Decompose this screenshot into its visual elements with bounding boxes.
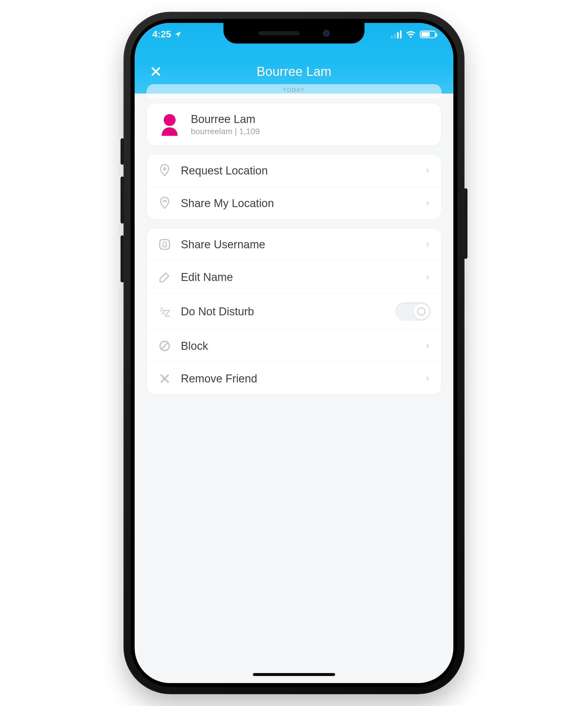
pencil-icon xyxy=(157,270,172,284)
volume-up-button xyxy=(121,176,124,224)
location-services-icon xyxy=(174,31,182,38)
row-label: Remove Friend xyxy=(181,372,415,385)
remove-icon xyxy=(157,371,172,386)
chevron-right-icon xyxy=(424,343,431,349)
close-button[interactable] xyxy=(149,65,163,79)
snapcode-icon xyxy=(157,237,172,252)
nav-bar: Bourree Lam xyxy=(135,64,453,79)
battery-icon xyxy=(420,31,436,38)
row-label: Request Location xyxy=(181,164,415,177)
chevron-right-icon xyxy=(424,375,431,382)
close-icon xyxy=(150,66,162,77)
profile-subtitle: bourreelam | 1,109 xyxy=(191,127,260,136)
remove-friend-row[interactable]: Remove Friend xyxy=(147,362,441,395)
block-icon xyxy=(157,339,172,353)
block-row[interactable]: Block xyxy=(147,329,441,362)
phone-frame: 4:25 xyxy=(124,12,464,694)
row-label: Share My Location xyxy=(181,197,415,210)
screen: 4:25 xyxy=(135,23,453,683)
status-bar: 4:25 xyxy=(135,29,453,40)
profile-username: bourreelam xyxy=(191,127,233,136)
today-header: TODAY xyxy=(146,84,442,98)
location-down-icon xyxy=(157,163,172,178)
do-not-disturb-toggle[interactable] xyxy=(395,303,431,321)
volume-down-button xyxy=(121,235,124,282)
actions-group: Share Username Edit Name xyxy=(146,228,442,395)
row-label: Share Username xyxy=(181,238,415,251)
edit-name-row[interactable]: Edit Name xyxy=(147,261,441,293)
today-label: TODAY xyxy=(283,87,305,93)
snooze-icon: zzZ xyxy=(157,304,172,319)
mute-switch xyxy=(121,138,124,165)
page-title: Bourree Lam xyxy=(257,64,331,79)
request-location-row[interactable]: Request Location xyxy=(147,154,441,187)
content: Bourree Lam bourreelam | 1,109 xyxy=(146,103,442,683)
chevron-right-icon xyxy=(424,200,431,206)
do-not-disturb-row[interactable]: zzZ Do Not Disturb xyxy=(147,293,441,329)
header: 4:25 xyxy=(135,23,453,93)
chevron-right-icon xyxy=(424,241,431,248)
avatar xyxy=(157,112,182,137)
chevron-right-icon xyxy=(424,167,431,174)
row-label: Edit Name xyxy=(181,271,415,284)
row-label: Block xyxy=(181,340,415,352)
profile-card[interactable]: Bourree Lam bourreelam | 1,109 xyxy=(146,103,442,146)
svg-rect-1 xyxy=(160,240,170,249)
wifi-icon xyxy=(406,31,416,38)
row-label: Do Not Disturb xyxy=(181,305,387,318)
profile-name: Bourree Lam xyxy=(191,113,260,126)
cellular-signal-icon xyxy=(391,30,402,39)
svg-point-0 xyxy=(164,114,175,126)
share-my-location-row[interactable]: Share My Location xyxy=(147,187,441,220)
profile-score: 1,109 xyxy=(239,127,260,136)
home-indicator[interactable] xyxy=(253,673,335,676)
location-share-icon xyxy=(157,196,172,210)
power-button xyxy=(464,188,467,259)
share-username-row[interactable]: Share Username xyxy=(147,228,441,261)
chevron-right-icon xyxy=(424,274,431,280)
location-group: Request Location Share My Location xyxy=(146,154,442,220)
status-time: 4:25 xyxy=(152,29,171,40)
